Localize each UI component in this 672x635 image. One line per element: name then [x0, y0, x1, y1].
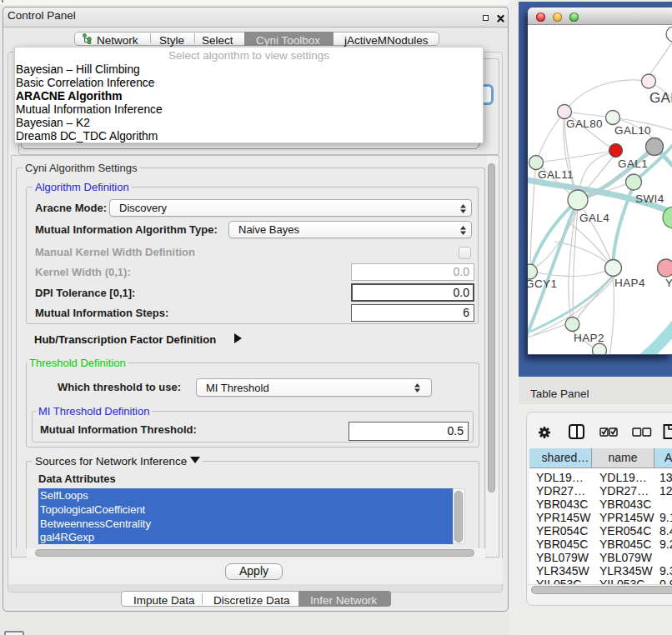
svg-text:HAP2: HAP2 — [574, 332, 604, 344]
svg-text:SWI4: SWI4 — [635, 192, 664, 205]
svg-text:GAL80: GAL80 — [566, 118, 603, 130]
svg-text:GAL4: GAL4 — [579, 212, 609, 224]
svg-text:GCY1: GCY1 — [528, 278, 557, 290]
svg-text:GAL11: GAL11 — [538, 168, 574, 181]
svg-text:GAL1: GAL1 — [618, 158, 648, 170]
svg-text:GAL7: GAL7 — [649, 90, 672, 106]
svg-text:GAL10: GAL10 — [614, 124, 651, 137]
svg-text:HAP4: HAP4 — [614, 277, 645, 289]
svg-text:YL: YL — [665, 277, 672, 289]
